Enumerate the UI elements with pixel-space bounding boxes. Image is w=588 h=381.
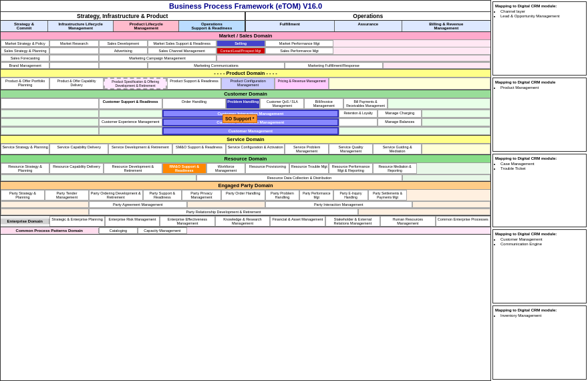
cell-cust-empty3: [99, 110, 162, 118]
cell-capacity-mgmt: Capacity Management: [138, 227, 186, 234]
enterprise-domain: Enterprise Domain Strategic & Enterprise…: [1, 216, 490, 227]
cell-svc-quality: Service Quality Management: [329, 144, 373, 154]
cell-knowledge: Knowledge & Research Management: [215, 216, 270, 227]
cell-party-agreement: Party Agreement Management: [89, 201, 187, 208]
cell-manage-bal: Manage Balances: [378, 118, 422, 126]
cell-party-interaction: Party Interaction Management: [265, 201, 412, 208]
spacer2: [333, 47, 490, 54]
common-label: Common Process Patterns Domain: [1, 228, 99, 233]
mapping-item-4-0: Customer Management: [500, 237, 584, 241]
cell-mktg-comms: Marketing Communications: [148, 62, 285, 69]
cell-prod-spec: Product Specification & Offering Develop…: [104, 78, 167, 90]
market-domain-label: Market / Sales Domain: [1, 32, 490, 40]
cell-cust-empty4: [1, 118, 99, 126]
cell-order-handling: Order Handling: [162, 98, 226, 109]
cell-svc-config: Service Configuration & Activation: [226, 144, 285, 154]
cell-res-data: Resource Data Collection & Distribution: [196, 174, 402, 181]
mapping-title-3: Mapping to Digital CRM module:: [495, 156, 584, 160]
mapping-title-1: Mapping to Digital CRM module:: [495, 4, 584, 8]
cell-market-perf: Market Performance Mgt: [265, 40, 334, 47]
cell-bill-payments: Bill Payments & Receivables Management: [343, 98, 388, 109]
cell-smo-support: SM&O Support & Readiness: [172, 144, 227, 154]
cell-party-order: Party Order Handling: [221, 190, 265, 201]
cell-party-problem: Party Problem Handling: [265, 190, 299, 201]
cell-svc-cap: Service Capability Delivery: [49, 144, 108, 154]
page-title: Business Process Framework (eTOM) V16.0: [1, 1, 490, 12]
cell-sales-perf: Sales Performance Mgt: [265, 47, 334, 54]
mapping-title-2: Mapping to Digital CRM module: [495, 80, 584, 84]
cell-svc-strategy: Service Strategy & Planning: [1, 144, 49, 154]
cell-risk: Enterprise Risk Management: [105, 216, 160, 227]
product-domain-label: - - - - Product Domain - - - -: [1, 70, 490, 78]
cell-party-privacy: Party Privacy Management: [182, 190, 221, 201]
cell-empty5: [99, 62, 148, 69]
mapping-item-2-0: Product Management: [500, 86, 584, 90]
resource-domain-label: Resource Domain: [1, 155, 490, 163]
cell-party-tender: Party Tender Management: [45, 190, 89, 201]
mapping-box-3: Mapping to Digital CRM module: Case Mana…: [492, 154, 587, 228]
cell-common-ent: Common Enterprise Processes: [436, 216, 490, 227]
mapping-title-4: Mapping to Digital CRM module:: [495, 232, 584, 236]
cell-res-empty: [1, 174, 196, 181]
cell-party-strategy: Party Strategy & Planning: [1, 190, 45, 201]
cell-workforce: Workforce Management: [206, 163, 246, 174]
spacer1: [333, 40, 490, 47]
spacer-party: [407, 190, 490, 201]
cell-cataloging: Cataloging: [99, 227, 138, 234]
cell-prod-offer: Product & Offer Portfolio Planning: [1, 78, 49, 90]
spacer-res2: [402, 174, 490, 181]
mapping-box-5: Mapping to Digital CRM module: Inventory…: [492, 305, 587, 380]
customer-domain: Customer Domain Customer Support & Readi…: [1, 90, 490, 136]
cell-cust-empty6: [99, 127, 162, 135]
mapping-item-1-0: Channel layer: [500, 9, 584, 13]
col-fulfillment: Fulfillment: [246, 21, 335, 31]
cell-selling: Selling: [216, 40, 265, 47]
common-domain: Common Process Patterns Domain Catalogin…: [1, 227, 490, 235]
spacer-party2: [412, 201, 490, 208]
cell-res-dev: Resource Development & Retirement: [104, 163, 162, 174]
cell-res-trouble: Resource Trouble Mgt: [289, 163, 329, 174]
customer-domain-label: Customer Domain: [1, 90, 490, 98]
cell-empty3: [216, 55, 491, 61]
cell-cust-empty5: [1, 127, 99, 135]
resource-domain: Resource Domain Resource Strategy & Plan…: [1, 155, 490, 182]
service-domain: Service Domain Service Strategy & Planni…: [1, 136, 490, 155]
cell-sales-dev: Sales Development: [99, 40, 148, 47]
col-ops-support: OperationsSupport & Readiness: [179, 21, 244, 31]
mapping-item-3-1: Trouble Ticket: [500, 166, 584, 170]
cell-market-strategy: Market Strategy & Policy: [1, 40, 49, 47]
cell-problem-handling: Problem Handling: [226, 98, 260, 109]
market-domain: Market / Sales Domain Market Strategy & …: [1, 32, 490, 70]
cell-market-sales-support: Market Sales Support & Readiness: [148, 40, 216, 47]
cell-party-empty3: [1, 209, 89, 215]
cell-party-einquiry: Party E-Inquiry Handling: [333, 190, 368, 201]
cell-res-prov: Resource Provisioning: [245, 163, 289, 174]
cell-prod-support: Product Support & Readiness: [167, 78, 221, 90]
cell-cust-exp: Customer Experience Management: [99, 118, 162, 126]
cell-svc-dev: Service Development & Retirement: [108, 144, 172, 154]
cell-empty12: [339, 127, 490, 135]
cell-res-perf: Resource Performance Mgt & Reporting: [329, 163, 373, 174]
party-domain: Engaged Party Domain Party Strategy & Pl…: [1, 182, 490, 216]
cell-party-perf: Party Performance Mgt: [299, 190, 333, 201]
so-support-label: SO Support *: [223, 114, 257, 123]
cell-bill-invoice: Bill/Invoice Management: [304, 98, 343, 109]
col-billing: Billing & RevenueManagement: [402, 21, 490, 31]
cell-party-support: Party Support & Readiness: [143, 190, 182, 201]
mapping-item-4-1: Communication Engine: [500, 242, 584, 246]
main-container: Business Process Framework (eTOM) V16.0 …: [0, 0, 588, 381]
cell-empty4: [49, 62, 98, 69]
service-domain-label: Service Domain: [1, 136, 490, 144]
col-strategy: Strategy &Commit: [1, 21, 48, 31]
mapping-item-5-0: Inventory Management: [500, 313, 584, 318]
enterprise-label: Enterprise Domain: [1, 219, 49, 224]
cell-svc-guiding: Service Guiding & Mediation: [373, 144, 422, 154]
cell-empty11: [422, 118, 490, 126]
mapping-box-2: Mapping to Digital CRM module Product Ma…: [492, 78, 587, 152]
col-infra: Infrastructure LifecycleManagement: [48, 21, 114, 31]
cell-cust-empty2: [1, 110, 99, 118]
cell-mktg-campaign: Marketing Campaign Management: [99, 55, 216, 61]
cell-qos: Customer QoS / SLA Management: [260, 98, 304, 109]
cell-party-empty2: [187, 201, 265, 208]
cell-contact-lead: Contact/Lead/Prospect Mgt: [216, 47, 265, 54]
